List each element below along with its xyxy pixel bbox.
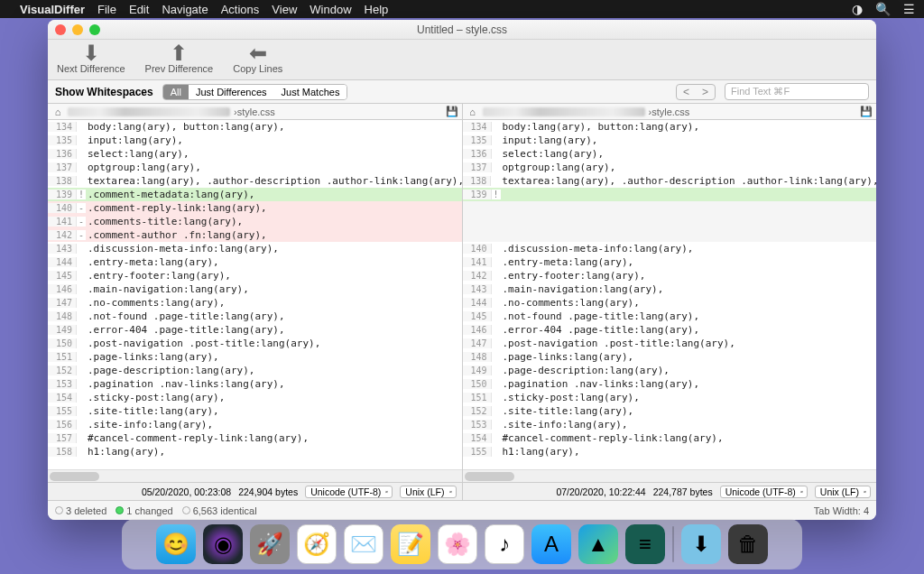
code-line[interactable]: 150.post-navigation .post-title:lang(ary… [48, 337, 462, 350]
prev-diff-button[interactable]: ⬆ Prev Difference [145, 43, 214, 74]
right-eol-select[interactable]: Unix (LF) [815, 486, 871, 498]
menu-view[interactable]: View [272, 3, 297, 16]
dock-notes-icon[interactable]: 📝 [391, 524, 430, 564]
dock-photos-icon[interactable]: 🌸 [438, 524, 477, 564]
menu-edit[interactable]: Edit [129, 3, 149, 16]
code-line[interactable]: 143.discussion-meta-info:lang(ary), [48, 242, 462, 255]
dock-music-icon[interactable]: ♪ [485, 524, 524, 564]
code-line[interactable] [463, 228, 877, 242]
code-line[interactable]: 156.site-info:lang(ary), [48, 418, 462, 431]
code-line[interactable]: 155h1:lang(ary), [463, 445, 877, 458]
dock-visualdiffer-icon[interactable]: ≡ [625, 524, 665, 564]
code-line[interactable]: 157#cancel-comment-reply-link:lang(ary), [48, 431, 462, 445]
code-line[interactable]: 152.site-title:lang(ary), [463, 404, 877, 418]
code-line[interactable]: 137optgroup:lang(ary), [48, 161, 462, 174]
code-line[interactable]: 145.not-found .page-title:lang(ary), [463, 310, 877, 323]
menu-file[interactable]: File [97, 3, 116, 16]
copy-lines-button[interactable]: ⬅ Copy Lines [233, 43, 282, 74]
dock-safari-icon[interactable]: 🧭 [297, 524, 337, 564]
notifications-icon[interactable]: ◑ [852, 2, 863, 16]
code-line[interactable]: 147.no-comments:lang(ary), [48, 296, 462, 310]
code-line[interactable]: 151.sticky-post:lang(ary), [463, 391, 877, 404]
zoom-button[interactable] [89, 24, 100, 35]
code-line[interactable]: 149.page-description:lang(ary), [463, 364, 877, 377]
code-line[interactable]: 153.site-info:lang(ary), [463, 418, 877, 431]
menu-help[interactable]: Help [365, 3, 389, 16]
code-line[interactable]: 138textarea:lang(ary), .author-descripti… [48, 174, 462, 188]
code-line[interactable]: 145.entry-footer:lang(ary), [48, 269, 462, 282]
menu-navigate[interactable]: Navigate [162, 3, 208, 16]
code-line[interactable]: 155.site-title:lang(ary), [48, 404, 462, 418]
filter-all[interactable]: All [163, 85, 189, 99]
search-input[interactable]: Find Text ⌘F [725, 83, 869, 100]
left-encoding-select[interactable]: Unicode (UTF-8) [305, 486, 393, 498]
filter-segment[interactable]: All Just Differences Just Matches [162, 84, 348, 100]
nav-prev-button[interactable]: < [677, 85, 696, 99]
code-line[interactable]: 136select:lang(ary), [463, 147, 877, 161]
left-hscroll[interactable] [48, 469, 462, 482]
left-eol-select[interactable]: Unix (LF) [400, 486, 456, 498]
dock-finder-icon[interactable]: 😊 [156, 524, 196, 564]
left-code[interactable]: 134body:lang(ary), button:lang(ary),135i… [48, 120, 462, 469]
close-button[interactable] [55, 24, 66, 35]
list-icon[interactable]: ☰ [903, 2, 915, 16]
app-name[interactable]: VisualDiffer [20, 3, 85, 16]
code-line[interactable]: 147.post-navigation .post-title:lang(ary… [463, 337, 877, 350]
code-line[interactable]: 140-.comment-reply-link:lang(ary), [48, 201, 462, 215]
filter-just-diff[interactable]: Just Differences [189, 85, 274, 99]
code-line[interactable]: 135input:lang(ary), [48, 134, 462, 147]
nav-next-button[interactable]: > [696, 85, 715, 99]
menu-actions[interactable]: Actions [221, 3, 260, 16]
code-line[interactable]: 144.no-comments:lang(ary), [463, 296, 877, 310]
menu-window[interactable]: Window [310, 3, 351, 16]
code-line[interactable]: 142.entry-footer:lang(ary), [463, 269, 877, 282]
code-line[interactable]: 144.entry-meta:lang(ary), [48, 255, 462, 269]
dock-siri-icon[interactable]: ◉ [203, 524, 243, 564]
next-diff-button[interactable]: ⬇ Next Difference [57, 43, 125, 74]
code-line[interactable]: 148.page-links:lang(ary), [463, 350, 877, 364]
code-line[interactable]: 154#cancel-comment-reply-link:lang(ary), [463, 431, 877, 445]
code-line[interactable]: 141.entry-meta:lang(ary), [463, 255, 877, 269]
dock-launchpad-icon[interactable]: 🚀 [250, 524, 290, 564]
code-line[interactable]: 146.main-navigation:lang(ary), [48, 282, 462, 296]
code-line[interactable]: 149.error-404 .page-title:lang(ary), [48, 323, 462, 337]
minimize-button[interactable] [72, 24, 83, 35]
title-bar[interactable]: Untitled – style.css [48, 20, 876, 40]
code-line[interactable]: 135input:lang(ary), [463, 134, 877, 147]
right-encoding-select[interactable]: Unicode (UTF-8) [720, 486, 808, 498]
code-line[interactable]: 150.pagination .nav-links:lang(ary), [463, 377, 877, 391]
code-line[interactable]: 142-.comment-author .fn:lang(ary), [48, 228, 462, 242]
right-code[interactable]: 134body:lang(ary), button:lang(ary),135i… [463, 120, 877, 469]
code-line[interactable]: 151.page-links:lang(ary), [48, 350, 462, 364]
code-line[interactable]: 139! [463, 188, 877, 201]
dock-downloads-icon[interactable]: ⬇ [681, 524, 721, 564]
show-whitespaces-toggle[interactable]: Show Whitespaces [55, 86, 153, 98]
save-left-icon[interactable]: 💾 [446, 106, 458, 117]
right-hscroll[interactable] [463, 469, 877, 482]
left-path[interactable]: ⌂ › style.css 💾 [48, 104, 463, 119]
code-line[interactable]: 146.error-404 .page-title:lang(ary), [463, 323, 877, 337]
dock-maps-icon[interactable]: ▲ [578, 524, 618, 564]
code-line[interactable]: 137optgroup:lang(ary), [463, 161, 877, 174]
code-line[interactable]: 136select:lang(ary), [48, 147, 462, 161]
code-line[interactable]: 134body:lang(ary), button:lang(ary), [463, 120, 877, 134]
right-path[interactable]: ⌂ › style.css 💾 [463, 104, 877, 119]
search-icon[interactable]: 🔍 [875, 2, 891, 16]
code-line[interactable]: 143.main-navigation:lang(ary), [463, 282, 877, 296]
code-line[interactable]: 134body:lang(ary), button:lang(ary), [48, 120, 462, 134]
dock-trash-icon[interactable]: 🗑 [728, 524, 768, 564]
code-line[interactable]: 154.sticky-post:lang(ary), [48, 391, 462, 404]
save-right-icon[interactable]: 💾 [860, 106, 873, 117]
code-line[interactable]: 139!.comment-metadata:lang(ary), [48, 188, 462, 201]
code-line[interactable]: 140.discussion-meta-info:lang(ary), [463, 242, 877, 255]
code-line[interactable] [463, 201, 877, 215]
code-line[interactable]: 148.not-found .page-title:lang(ary), [48, 310, 462, 323]
code-line[interactable] [463, 215, 877, 228]
code-line[interactable]: 141-.comments-title:lang(ary), [48, 215, 462, 228]
dock-appstore-icon[interactable]: A [531, 524, 571, 564]
code-line[interactable]: 158h1:lang(ary), [48, 445, 462, 458]
filter-just-match[interactable]: Just Matches [274, 85, 347, 99]
dock-mail-icon[interactable]: ✉️ [344, 524, 383, 564]
code-line[interactable]: 152.page-description:lang(ary), [48, 364, 462, 377]
code-line[interactable]: 153.pagination .nav-links:lang(ary), [48, 377, 462, 391]
